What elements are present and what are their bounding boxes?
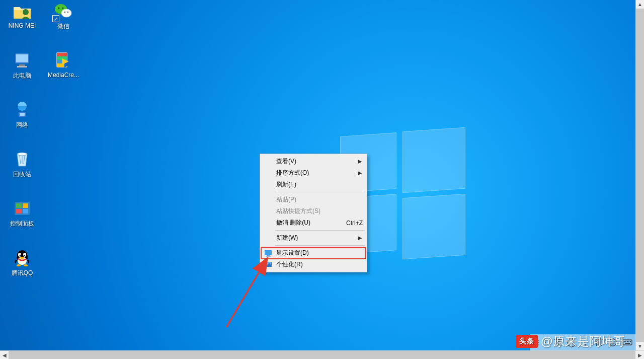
svg-rect-36 [266, 256, 271, 256]
desktop-icon-network[interactable]: 网络 [3, 100, 41, 135]
ctx-label: 撤消 删除(U) [276, 219, 310, 227]
svg-rect-46 [625, 341, 626, 342]
svg-point-18 [20, 255, 21, 256]
ctx-paste-shortcut: 粘贴快捷方式(S) [261, 205, 366, 217]
ctx-new[interactable]: 新建(W) ▶ [261, 232, 366, 244]
svg-rect-3 [19, 64, 25, 66]
desktop-icon-qq[interactable]: 腾讯QQ [3, 248, 41, 283]
submenu-arrow-icon: ▶ [358, 158, 362, 165]
ctx-label: 粘贴(P) [276, 195, 296, 204]
this-pc-icon [12, 50, 32, 70]
svg-rect-34 [265, 250, 272, 255]
ctx-undo-delete[interactable]: 撤消 删除(U) Ctrl+Z [261, 217, 366, 229]
svg-point-22 [24, 264, 28, 266]
ctx-view[interactable]: 查看(V) ▶ [261, 156, 366, 167]
svg-point-17 [23, 253, 26, 257]
ctx-label: 新建(W) [276, 234, 298, 242]
desktop-icon-label: 网络 [16, 121, 28, 129]
desktop-icon-ningmei[interactable]: NING MEI [3, 1, 41, 36]
svg-rect-31 [57, 56, 67, 60]
svg-rect-49 [630, 341, 631, 342]
folder-user-icon [12, 1, 32, 21]
svg-point-0 [23, 9, 29, 15]
desktop-icon-this-pc[interactable]: 此电脑 [3, 50, 41, 86]
svg-rect-4 [17, 66, 27, 67]
scroll-right-button[interactable]: ▶ [635, 351, 644, 359]
ctx-refresh[interactable]: 刷新(E) [261, 179, 366, 190]
svg-point-26 [62, 8, 64, 9]
outer-vertical-scrollbar[interactable]: ▲ ▼ [635, 0, 644, 350]
wechat-icon: ↗ [53, 1, 73, 21]
svg-point-19 [24, 255, 25, 256]
svg-rect-2 [16, 54, 28, 62]
desktop-icon-label: 微信 [57, 22, 69, 31]
svg-rect-10 [16, 203, 22, 208]
svg-point-21 [17, 264, 21, 266]
desktop-icon-label: MediaCre... [48, 71, 79, 79]
svg-point-25 [58, 8, 60, 9]
ctx-label: 显示设置(D) [276, 249, 309, 257]
desktop-icon-control-panel[interactable]: 控制面板 [3, 198, 41, 234]
ctx-personalize[interactable]: 个性化(R) [261, 259, 366, 270]
ctx-display-settings[interactable]: 显示设置(D) [261, 247, 366, 259]
shortcut-overlay-icon: ↗ [52, 15, 59, 22]
svg-point-20 [20, 257, 24, 259]
hscroll-thumb[interactable] [9, 351, 635, 359]
svg-point-24 [61, 9, 71, 17]
outer-horizontal-scrollbar[interactable]: ◀ ▶ [0, 350, 644, 359]
desktop-icon-label: 控制面板 [10, 220, 34, 228]
qq-icon [12, 248, 32, 268]
control-panel-icon [12, 198, 32, 219]
svg-rect-48 [628, 341, 629, 342]
submenu-arrow-icon: ▶ [358, 235, 362, 241]
svg-rect-11 [23, 203, 28, 208]
vscroll-thumb[interactable] [636, 9, 644, 342]
svg-point-27 [64, 12, 65, 13]
desktop-context-menu: 查看(V) ▶ 排序方式(O) ▶ 刷新(E) 粘贴(P) 粘贴快捷方式(S) … [260, 154, 367, 272]
ctx-hotkey: Ctrl+Z [341, 220, 363, 227]
desktop-icon-recycle-bin[interactable]: 回收站 [3, 149, 41, 184]
vscroll-track[interactable] [636, 9, 644, 342]
svg-rect-35 [267, 255, 270, 256]
personalize-icon [263, 261, 273, 269]
media-creation-icon [53, 50, 73, 70]
ctx-separator [275, 230, 365, 231]
recycle-bin-icon [12, 149, 32, 169]
ctx-label: 查看(V) [276, 157, 296, 166]
watermark-badge: 头条 [516, 335, 538, 348]
monitor-icon [263, 249, 273, 257]
network-icon [12, 100, 32, 120]
watermark-text: @原来是阿坤哥 [541, 333, 625, 349]
submenu-arrow-icon: ▶ [358, 170, 362, 176]
scroll-up-button[interactable]: ▲ [636, 0, 644, 9]
ctx-label: 排序方式(O) [276, 169, 309, 177]
svg-rect-50 [625, 343, 630, 344]
desktop-icon-label: 腾讯QQ [12, 269, 33, 277]
desktop-icon-label: 此电脑 [13, 71, 31, 80]
ctx-label: 刷新(E) [276, 180, 296, 189]
desktop-icon-label: NING MEI [9, 22, 36, 29]
ctx-separator [275, 245, 365, 246]
svg-point-39 [266, 263, 267, 264]
scroll-down-button[interactable]: ▼ [636, 342, 644, 350]
svg-point-16 [18, 253, 21, 257]
svg-rect-13 [23, 209, 28, 213]
ctx-label: 粘贴快捷方式(S) [276, 207, 320, 216]
watermark: 头条 @原来是阿坤哥 [516, 333, 625, 349]
svg-point-8 [17, 153, 27, 156]
desktop-icons-col1: NING MEI 此电脑 网络 回收站 控制面板 [3, 1, 41, 297]
ctx-sort[interactable]: 排序方式(O) ▶ [261, 167, 366, 179]
svg-rect-30 [57, 53, 67, 56]
ctx-label: 个性化(R) [276, 260, 303, 269]
desktop-icon-media-creation[interactable]: MediaCre... [44, 50, 83, 86]
ctx-paste: 粘贴(P) [261, 194, 366, 205]
desktop-icon-wechat[interactable]: ↗ 微信 [44, 1, 83, 36]
svg-rect-12 [16, 209, 22, 213]
svg-point-28 [67, 12, 68, 13]
desktop-wallpaper[interactable]: NING MEI 此电脑 网络 回收站 控制面板 [0, 0, 635, 350]
svg-rect-47 [627, 341, 628, 342]
scroll-left-button[interactable]: ◀ [0, 351, 9, 359]
svg-rect-7 [20, 113, 25, 116]
ctx-separator [275, 192, 365, 192]
desktop-icons-col2: ↗ 微信 MediaCre... [44, 1, 83, 100]
